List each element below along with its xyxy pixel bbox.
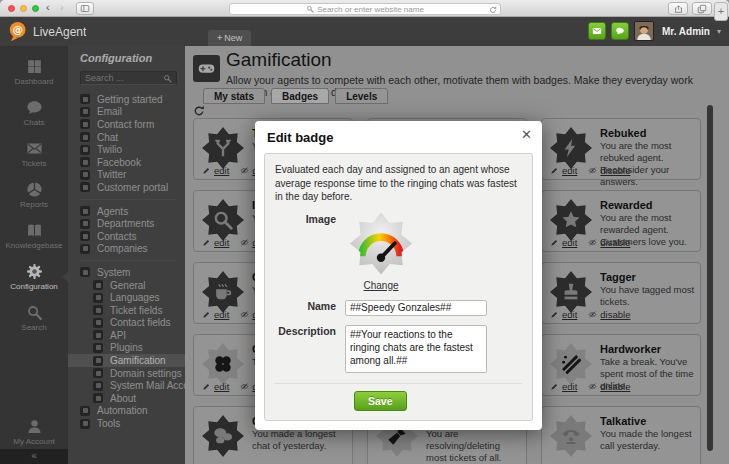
search-icon (306, 5, 314, 13)
plus-icon: + (217, 33, 222, 43)
zoom-window-button[interactable] (32, 5, 39, 12)
user-menu[interactable]: Mr. Admin (662, 26, 710, 37)
description-label: Description (275, 325, 345, 373)
name-label: Name (275, 300, 345, 316)
address-bar-placeholder: Search or enter website name (317, 5, 424, 14)
badge-name-input[interactable] (345, 300, 487, 316)
svg-text:@: @ (12, 23, 23, 35)
minimize-window-button[interactable] (20, 5, 27, 12)
chevron-down-icon: ▾ (717, 27, 721, 36)
share-icon (674, 4, 683, 14)
modal-title: Edit badge (267, 130, 333, 145)
liveagent-logo-icon: @ (8, 21, 29, 42)
edit-badge-modal: Edit badge ✕ Evaluated each day and assi… (255, 121, 542, 430)
close-icon[interactable]: ✕ (521, 127, 532, 142)
chats-button[interactable] (611, 22, 629, 40)
forward-button[interactable]: › (56, 0, 68, 17)
sidebar-toggle-icon (80, 4, 90, 13)
address-bar[interactable]: Search or enter website name (229, 3, 501, 15)
tab-overview-button[interactable] (692, 2, 712, 15)
tabs-overview-icon (697, 4, 707, 14)
browser-toolbar: ‹ › Search or enter website name + (0, 0, 729, 17)
modal-body: Evaluated each day and assigned to an ag… (264, 153, 533, 421)
app-header: @ LiveAgent +New Mr. Admin ▾ (0, 17, 729, 46)
browser-window: ‹ › Search or enter website name + @ Liv… (0, 0, 729, 464)
badge-evaluation-description: Evaluated each day and assigned to an ag… (275, 163, 522, 204)
sidebar-toggle-button[interactable] (76, 2, 94, 15)
speed-gauge-icon (354, 221, 408, 267)
save-button[interactable]: Save (354, 391, 407, 411)
new-browser-tab-button[interactable]: + (714, 2, 728, 21)
change-image-link[interactable]: Change (363, 280, 398, 291)
messages-button[interactable] (588, 22, 606, 40)
user-avatar[interactable] (634, 21, 654, 41)
mail-icon (592, 26, 602, 36)
reload-icon[interactable] (489, 6, 497, 14)
app-body: DashboardChatsTicketsReportsKnowledgebas… (0, 46, 729, 464)
share-button[interactable] (668, 2, 688, 15)
brand-name: LiveAgent (33, 25, 86, 39)
close-window-button[interactable] (8, 5, 15, 12)
badge-description-input[interactable]: ##Your reactions to the ringing chats ar… (345, 325, 487, 373)
chat-bubble-icon (615, 26, 625, 36)
new-ticket-button[interactable]: +New (208, 30, 251, 46)
image-label: Image (275, 213, 345, 291)
badge-image (350, 213, 412, 275)
back-button[interactable]: ‹ (42, 0, 54, 17)
